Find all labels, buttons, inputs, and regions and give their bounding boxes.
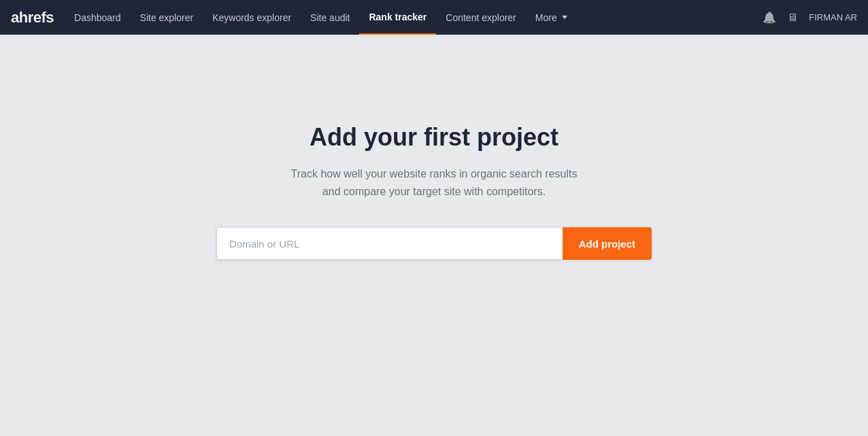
nav-item-rank-tracker[interactable]: Rank tracker xyxy=(359,0,436,35)
domain-input[interactable] xyxy=(216,227,563,260)
nav-item-keywords-explorer[interactable]: Keywords explorer xyxy=(203,0,301,35)
user-menu[interactable]: FIRMAN AR xyxy=(809,12,857,22)
more-label: More xyxy=(535,12,557,23)
chevron-down-icon xyxy=(562,16,567,19)
subtitle-line2: and compare your target site with compet… xyxy=(322,186,546,197)
nav-right: FIRMAN AR xyxy=(763,10,857,24)
nav-item-dashboard[interactable]: Dashboard xyxy=(65,0,131,35)
bell-icon[interactable] xyxy=(763,10,776,24)
page-subtitle: Track how well your website ranks in org… xyxy=(291,165,578,200)
nav-links: Dashboard Site explorer Keywords explore… xyxy=(65,0,763,35)
top-navigation: ahrefs Dashboard Site explorer Keywords … xyxy=(0,0,868,35)
nav-item-site-audit[interactable]: Site audit xyxy=(301,0,359,35)
nav-item-content-explorer[interactable]: Content explorer xyxy=(436,0,526,35)
add-project-button[interactable]: Add project xyxy=(563,227,652,260)
nav-item-site-explorer[interactable]: Site explorer xyxy=(131,0,203,35)
nav-item-more[interactable]: More xyxy=(526,0,577,35)
logo-text: ahrefs xyxy=(11,9,54,27)
subtitle-line1: Track how well your website ranks in org… xyxy=(291,168,578,180)
monitor-icon[interactable] xyxy=(787,10,798,24)
page-title: Add your first project xyxy=(310,123,558,152)
main-content: Add your first project Track how well yo… xyxy=(0,35,868,260)
search-container: Add project xyxy=(216,227,652,260)
logo[interactable]: ahrefs xyxy=(11,9,54,27)
